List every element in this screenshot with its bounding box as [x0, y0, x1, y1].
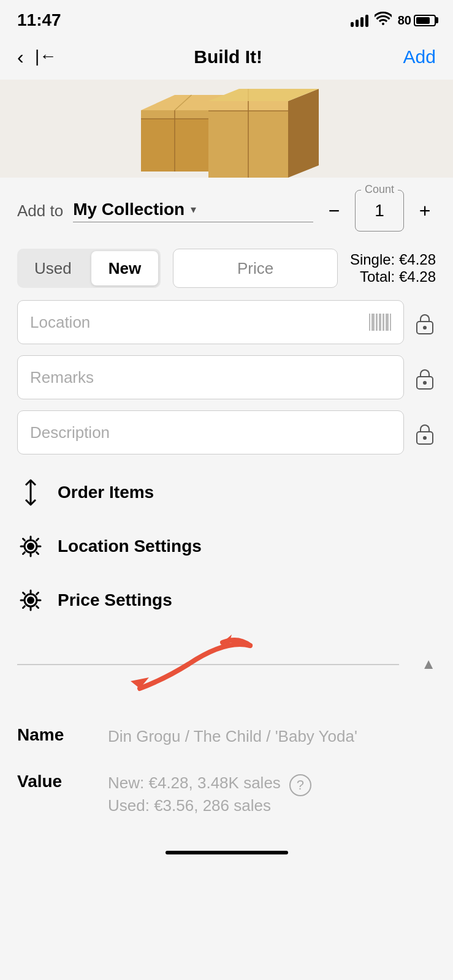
sort-icon: [17, 479, 44, 506]
remarks-row: Remarks: [17, 355, 436, 399]
svg-point-17: [27, 597, 34, 604]
annotation-area: ▲: [17, 627, 436, 701]
price-info: Single: €4.28 Total: €4.28: [350, 251, 436, 285]
description-input[interactable]: Description: [17, 410, 404, 454]
add-to-label: Add to: [17, 202, 63, 221]
value-content: New: €4.28, 3.48K sales Used: €3.56, 286…: [108, 772, 436, 816]
barcode-icon: [369, 314, 391, 331]
battery-icon: 80: [398, 13, 436, 28]
arrow-annotation: [115, 627, 262, 701]
value-text: New: €4.28, 3.48K sales Used: €3.56, 286…: [108, 772, 281, 816]
remarks-lock-icon[interactable]: [414, 365, 436, 390]
remarks-input[interactable]: Remarks: [17, 355, 404, 399]
collection-selector[interactable]: My Collection ▾: [73, 200, 313, 222]
location-settings-section[interactable]: Location Settings: [17, 519, 436, 573]
product-image-svg: [123, 86, 331, 178]
name-label: Name: [17, 725, 91, 745]
count-value: 1: [375, 201, 384, 221]
count-controls: − Count 1 +: [323, 190, 436, 232]
count-box: Count 1: [355, 190, 404, 232]
home-bar: [166, 851, 288, 854]
status-bar: 11:47 80: [0, 0, 453, 37]
location-input[interactable]: Location: [17, 300, 404, 344]
svg-point-15: [27, 543, 34, 550]
value-row: Value New: €4.28, 3.48K sales Used: €3.5…: [17, 760, 436, 829]
signal-icon: [351, 13, 368, 27]
description-row: Description: [17, 410, 436, 454]
count-minus-button[interactable]: −: [323, 200, 345, 222]
total-price: Total: €4.28: [350, 268, 436, 285]
wifi-icon: [375, 12, 392, 29]
status-icons: 80: [351, 12, 436, 29]
add-to-row: Add to My Collection ▾ − Count 1 +: [17, 178, 436, 241]
value-label: Value: [17, 772, 91, 791]
name-row: Name Din Grogu / The Child / 'Baby Yoda': [17, 713, 436, 760]
order-items-label: Order Items: [58, 483, 154, 502]
product-image: [0, 80, 453, 178]
description-lock-icon[interactable]: [414, 420, 436, 445]
nav-title: Build It!: [53, 47, 403, 67]
back-button[interactable]: ‹: [17, 47, 24, 67]
name-value: Din Grogu / The Child / 'Baby Yoda': [108, 725, 436, 747]
order-items-section[interactable]: Order Items: [17, 466, 436, 519]
nav-left: ‹ |←: [17, 46, 53, 69]
main-content: Add to My Collection ▾ − Count 1 + Used …: [0, 178, 453, 841]
dropdown-arrow-icon: ▾: [191, 203, 196, 216]
info-icon[interactable]: ?: [289, 774, 311, 796]
add-button[interactable]: Add: [403, 47, 436, 67]
price-settings-section[interactable]: Price Settings: [17, 573, 436, 627]
back-first-button[interactable]: |←: [34, 46, 53, 69]
new-button[interactable]: New: [91, 251, 158, 285]
location-lock-icon[interactable]: [414, 310, 436, 334]
home-indicator: [0, 841, 453, 859]
condition-price-row: Used New Price Single: €4.28 Total: €4.2…: [17, 241, 436, 300]
location-settings-gear-icon: [17, 533, 44, 560]
detail-section: Name Din Grogu / The Child / 'Baby Yoda'…: [17, 701, 436, 841]
collection-name: My Collection: [73, 200, 185, 219]
count-label: Count: [361, 183, 398, 196]
status-time: 11:47: [17, 10, 61, 30]
price-settings-label: Price Settings: [58, 590, 172, 610]
condition-toggle: Used New: [17, 249, 161, 288]
svg-text:|←: |←: [35, 47, 53, 66]
location-row: Location: [17, 300, 436, 344]
price-settings-gear-icon: [17, 587, 44, 614]
count-plus-button[interactable]: +: [414, 200, 436, 222]
collapse-button[interactable]: ▲: [421, 655, 436, 673]
nav-bar: ‹ |← Build It! Add: [0, 37, 453, 80]
svg-marker-11: [288, 89, 319, 178]
price-button[interactable]: Price: [173, 249, 338, 288]
location-settings-label: Location Settings: [58, 537, 202, 556]
single-price: Single: €4.28: [350, 251, 436, 268]
used-button[interactable]: Used: [17, 249, 89, 288]
